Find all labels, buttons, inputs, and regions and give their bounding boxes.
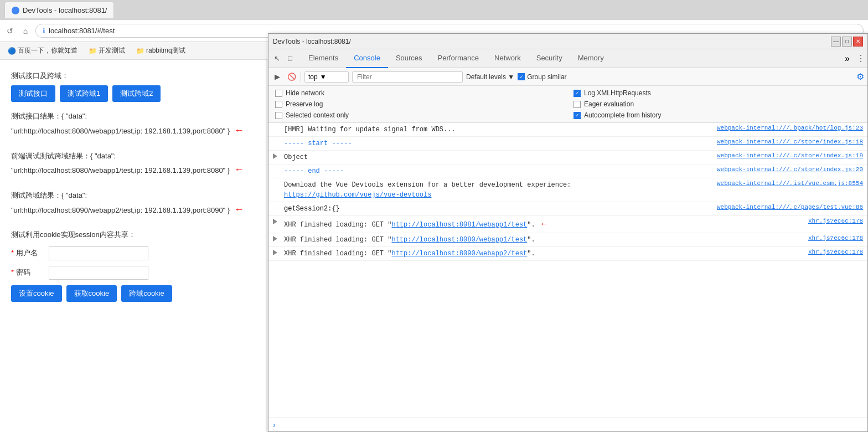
devtools-menu-button[interactable]: ⋮ [856, 53, 865, 64]
levels-select[interactable]: Default levels ▼ [466, 73, 514, 81]
test-cross1-button[interactable]: 测试跨域1 [60, 85, 108, 102]
password-label: 密码 [11, 268, 44, 277]
expand-icon[interactable] [273, 250, 277, 255]
tab-security[interactable]: Security [529, 49, 570, 68]
row-source[interactable]: webpack-internal:///…ist/vue.esm.js:8554 [712, 180, 863, 187]
autocomplete-checkbox[interactable] [574, 112, 581, 119]
row-content: [HMR] Waiting for update signal from WDS… [284, 125, 712, 135]
row-source[interactable]: webpack-internal:///…bpack/hot/log.js:23 [712, 125, 863, 131]
tab-console[interactable]: Console [346, 49, 388, 68]
console-row-hmr: [HMR] Waiting for update signal from WDS… [268, 123, 867, 137]
row-content: getSession2:{} [284, 204, 712, 214]
console-caret: › [273, 420, 276, 429]
bookmark-label: 百度一下，你就知道 [18, 46, 78, 55]
expand-icon[interactable] [273, 236, 277, 241]
row-icon [273, 125, 282, 126]
url-text: localhost:8081/#/test [49, 27, 115, 35]
bookmark-icon: 📁 [136, 47, 144, 55]
minimize-button[interactable]: — [831, 37, 841, 47]
btn-group-1: 测试接口 测试跨域1 测试跨域2 [11, 85, 255, 102]
maximize-button[interactable]: □ [842, 37, 852, 47]
console-output: [HMR] Waiting for update signal from WDS… [268, 123, 867, 418]
context-dropdown-icon: ▼ [320, 73, 327, 81]
preserve-log-checkbox[interactable] [275, 101, 282, 108]
preserve-log-label: Preserve log [286, 100, 323, 108]
log-xmlhttp-checkbox[interactable] [574, 90, 581, 97]
get-cookie-button[interactable]: 获取cookie [66, 285, 117, 302]
cross-cookie-button[interactable]: 跨域cookie [121, 285, 172, 302]
row-content: ----- end ----- [284, 166, 712, 176]
tab-icons: ↖ □ [271, 53, 296, 65]
expand-icon[interactable] [273, 153, 277, 159]
more-tabs-button[interactable]: » [840, 54, 854, 64]
expand-icon[interactable] [273, 219, 277, 224]
inspect-icon[interactable]: □ [284, 53, 296, 65]
username-input[interactable] [49, 246, 148, 260]
arrow3: ← [234, 204, 244, 215]
test-cross2-button[interactable]: 测试跨域2 [112, 85, 161, 102]
console-input[interactable] [279, 421, 863, 429]
hide-network-row: Hide network [275, 89, 562, 97]
console-options: Hide network Log XMLHttpRequests Preserv… [268, 86, 867, 123]
result1-label: 测试接口结果：{ "data": "url:http://localhost:8… [11, 111, 255, 138]
test-api-button[interactable]: 测试接口 [11, 85, 55, 102]
row-source[interactable]: webpack-internal:///…c/store/index.js:19 [712, 152, 863, 159]
filter-input[interactable] [352, 71, 463, 83]
settings-gear-icon[interactable]: ⚙ [856, 71, 864, 82]
set-cookie-button[interactable]: 设置cookie [11, 285, 62, 302]
select-icon[interactable]: ↖ [271, 53, 283, 65]
row-icon [273, 166, 282, 167]
xhr1-link[interactable]: http://localhost:8081/webapp1/test [391, 221, 527, 229]
context-select[interactable]: top ▼ [304, 71, 349, 83]
tab-performance[interactable]: Performance [430, 49, 487, 68]
xhr2-link[interactable]: http://localhost:8080/webapp1/test [391, 236, 527, 244]
run-button[interactable]: ▶ [272, 71, 283, 83]
close-button[interactable]: ✕ [853, 37, 863, 47]
tab-memory[interactable]: Memory [570, 49, 612, 68]
clear-button[interactable]: 🚫 [286, 71, 297, 83]
hide-network-checkbox[interactable] [275, 90, 282, 97]
tab-favicon [12, 7, 19, 14]
row-source[interactable]: webpack-internal:///…c/store/index.js:20 [712, 166, 863, 173]
eager-eval-checkbox[interactable] [574, 101, 581, 108]
console-row-xhr3: XHR finished loading: GET "http://localh… [268, 247, 867, 261]
row-icon [273, 235, 282, 243]
username-row: 用户名 [11, 246, 255, 260]
secure-icon: ℹ [43, 27, 45, 35]
home-button[interactable]: ⌂ [20, 25, 31, 37]
tab-sources[interactable]: Sources [388, 49, 430, 68]
bookmark-label: 开发测试 [99, 46, 125, 55]
row-icon [273, 249, 282, 257]
password-input[interactable] [49, 266, 148, 280]
row-source[interactable]: webpack-internal:///…c/store/index.js:18 [712, 138, 863, 145]
tab-title: DevTools - localhost:8081/ [23, 6, 107, 14]
browser-tab[interactable]: DevTools - localhost:8081/ [4, 2, 114, 18]
row-source[interactable]: xhr.js?ec6c:178 [804, 235, 863, 241]
password-row: 密码 [11, 266, 255, 280]
row-source[interactable]: xhr.js?ec6c:178 [804, 218, 863, 224]
vue-devtools-link[interactable]: https://github.com/vuejs/vue-devtools [284, 191, 431, 199]
tab-elements[interactable]: Elements [301, 49, 346, 68]
selected-context-label: Selected context only [286, 111, 349, 119]
xhr3-link[interactable]: http://localhost:8090/webapp2/test [391, 250, 527, 258]
row-source[interactable]: webpack-internal:///…c/pages/test.vue:86 [712, 204, 863, 210]
bookmark-baidu[interactable]: 🔵 百度一下，你就知道 [4, 45, 81, 56]
row-content: XHR finished loading: GET "http://localh… [284, 218, 804, 231]
autocomplete-label: Autocomplete from history [584, 111, 661, 119]
group-similar-cb-box[interactable] [518, 73, 525, 80]
eager-eval-row: Eager evaluation [574, 100, 861, 108]
tab-network[interactable]: Network [487, 49, 529, 68]
selected-context-checkbox[interactable] [275, 112, 282, 119]
group-similar-checkbox[interactable]: Group similar [518, 73, 566, 81]
console-row-xhr2: XHR finished loading: GET "http://localh… [268, 233, 867, 247]
console-row-xhr1: XHR finished loading: GET "http://localh… [268, 216, 867, 233]
row-source[interactable]: xhr.js?ec6c:178 [804, 249, 863, 255]
arrow2: ← [234, 164, 244, 175]
bookmark-rabbit[interactable]: 📁 rabbitmq测试 [133, 45, 189, 56]
row-content: ----- start ----- [284, 138, 712, 148]
result3-section: 测试跨域结果：{ "data": "url:http://localhost:8… [11, 190, 255, 218]
bookmark-dev[interactable]: 📁 开发测试 [85, 45, 128, 56]
back-button[interactable]: ↺ [4, 25, 16, 37]
form-title: 测试利用cookie实现session内容共享： [11, 230, 255, 240]
console-input-row: › [268, 418, 867, 431]
